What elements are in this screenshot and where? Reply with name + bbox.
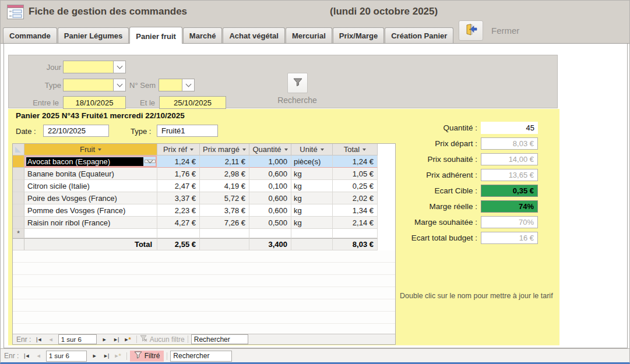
header-date: (lundi 20 octobre 2025)	[330, 6, 438, 17]
table-row[interactable]: Pomme des Vosges (France) 2,23 € 3,78 € …	[13, 204, 378, 217]
cell-fruit[interactable]: Citron sicile (Italie)	[24, 180, 157, 192]
cell-prix-ref[interactable]: 3,37 €	[157, 192, 200, 204]
row-selector[interactable]	[13, 204, 24, 217]
cell-prix-marge[interactable]: 5,72 €	[200, 192, 249, 204]
panier-type-field[interactable]: Fruité1	[157, 125, 218, 137]
num-sem-dropdown-icon[interactable]	[182, 79, 194, 91]
date-fin-field[interactable]: 25/10/2025	[159, 96, 226, 109]
cell-prix-marge[interactable]: 2,11 €	[200, 156, 249, 168]
column-dropdown-icon[interactable]	[98, 149, 101, 151]
table-row[interactable]: Avocat bacon (Espagne) 1,24 € 2,11 € 1,0…	[13, 156, 378, 168]
num-sem-value	[159, 79, 182, 91]
recherche-button[interactable]	[287, 73, 308, 93]
cell-fruit-empty[interactable]	[24, 229, 157, 238]
close-form-button[interactable]	[459, 20, 483, 41]
cell-quantite[interactable]: 0,600	[249, 168, 291, 180]
cell-unite[interactable]: kg	[291, 180, 333, 192]
row-selector[interactable]	[13, 192, 24, 204]
column-header-prix-ref[interactable]: Prix réf	[157, 144, 200, 156]
access-window: Fiche de gestion des commandes (lundi 20…	[0, 0, 630, 364]
previous-record-button[interactable]: ◄	[45, 335, 57, 344]
filtered-indicator[interactable]: Filtré	[130, 351, 164, 362]
form-search-input[interactable]	[170, 351, 232, 362]
tab-prix-marge[interactable]: Prix/Marge	[333, 27, 384, 43]
cell-quantite[interactable]: 0,100	[249, 180, 291, 192]
cell-quantite[interactable]: 1,000	[249, 156, 291, 168]
cell-fruit[interactable]: Raisin noir ribol (France)	[24, 217, 157, 229]
cell-prix-ref[interactable]: 2,47 €	[157, 180, 200, 192]
column-header-unite[interactable]: Unité	[291, 144, 333, 156]
tab-mercurial[interactable]: Mercurial	[286, 27, 332, 43]
tab-commande[interactable]: Commande	[3, 27, 57, 43]
new-record-button[interactable]: ►*	[112, 352, 124, 361]
last-record-button[interactable]: ►|	[110, 335, 122, 344]
cell-empty[interactable]	[249, 229, 291, 238]
column-dropdown-icon[interactable]	[242, 149, 246, 151]
cell-prix-ref[interactable]: 1,24 €	[157, 156, 200, 168]
subform-search-input[interactable]	[191, 334, 248, 344]
cell-quantite[interactable]: 0,500	[249, 217, 291, 229]
cell-empty[interactable]	[291, 229, 333, 238]
cell-unite[interactable]: kg	[291, 217, 333, 229]
table-row[interactable]: Raisin noir ribol (France) 4,27 € 7,26 €…	[13, 217, 378, 229]
new-record-button[interactable]: ►*	[122, 335, 133, 344]
select-all-corner[interactable]	[13, 144, 24, 156]
cell-fruit[interactable]: Poire des Vosges (France)	[24, 192, 157, 204]
new-record-row[interactable]: *	[13, 229, 378, 238]
cell-unite[interactable]: pièce(s)	[291, 156, 333, 168]
jour-combobox[interactable]	[63, 61, 126, 73]
tab-achat-vegetal[interactable]: Achat végétal	[223, 27, 285, 43]
tab-panier-fruit[interactable]: Panier fruit	[129, 27, 182, 44]
column-dropdown-icon[interactable]	[321, 149, 324, 151]
column-dropdown-icon[interactable]	[284, 149, 288, 151]
date-debut-field[interactable]: 18/10/2025	[63, 96, 126, 109]
row-selector[interactable]	[13, 180, 24, 192]
no-filter-indicator[interactable]: Aucun filtre	[140, 335, 185, 344]
type-dropdown-icon[interactable]	[113, 79, 125, 91]
column-dropdown-icon[interactable]	[362, 149, 366, 151]
cell-unite[interactable]: kg	[291, 204, 333, 217]
next-record-button[interactable]: ►	[89, 352, 100, 361]
first-record-button[interactable]: |◄	[21, 352, 33, 361]
row-selector-current[interactable]	[13, 156, 24, 168]
cell-fruit[interactable]: Pomme des Vosges (France)	[24, 204, 157, 217]
cell-empty[interactable]	[200, 229, 249, 238]
tab-marche[interactable]: Marché	[183, 27, 223, 43]
row-selector[interactable]	[13, 168, 24, 180]
last-record-button[interactable]: ►|	[100, 352, 112, 361]
cell-prix-marge[interactable]: 4,19 €	[200, 180, 249, 192]
cell-unite[interactable]: kg	[291, 192, 333, 204]
next-record-button[interactable]: ►	[98, 335, 110, 344]
cell-unite[interactable]: kg	[291, 168, 333, 180]
table-row[interactable]: Poire des Vosges (France) 3,37 € 5,72 € …	[13, 192, 378, 204]
fruit-dropdown-icon[interactable]	[145, 160, 156, 163]
type-combobox[interactable]	[63, 79, 126, 91]
cell-quantite[interactable]: 0,600	[249, 204, 291, 217]
table-row[interactable]: Banane bonita (Equateur) 1,76 € 2,98 € 0…	[13, 168, 378, 180]
num-sem-combobox[interactable]	[159, 79, 195, 91]
column-header-quantite[interactable]: Quantité	[249, 144, 291, 156]
first-record-button[interactable]: |◄	[33, 335, 45, 344]
cell-empty[interactable]	[157, 229, 200, 238]
quantite-field[interactable]: 45	[481, 122, 538, 134]
table-row[interactable]: Citron sicile (Italie) 2,47 € 4,19 € 0,1…	[13, 180, 378, 192]
cell-prix-ref[interactable]: 4,27 €	[157, 217, 200, 229]
total-label: Total	[24, 238, 157, 250]
column-header-prix-marge[interactable]: Prix margé	[200, 144, 249, 156]
cell-prix-ref[interactable]: 1,76 €	[157, 168, 200, 180]
cell-prix-marge[interactable]: 2,98 €	[200, 168, 249, 180]
column-header-fruit[interactable]: Fruit	[24, 144, 157, 156]
previous-record-button[interactable]: ◄	[33, 352, 44, 361]
cell-fruit[interactable]: Banane bonita (Equateur)	[24, 168, 157, 180]
tab-panier-legumes[interactable]: Panier Légumes	[58, 27, 129, 43]
fruit-combobox-cell[interactable]: Avocat bacon (Espagne)	[24, 156, 157, 168]
jour-dropdown-icon[interactable]	[113, 61, 125, 73]
cell-prix-ref[interactable]: 2,23 €	[157, 204, 200, 217]
cell-quantite[interactable]: 0,600	[249, 192, 291, 204]
panier-date-field[interactable]: 22/10/2025	[43, 125, 109, 137]
column-dropdown-icon[interactable]	[190, 149, 193, 151]
cell-prix-marge[interactable]: 3,78 €	[200, 204, 249, 217]
row-selector[interactable]	[13, 217, 24, 229]
cell-prix-marge[interactable]: 7,26 €	[200, 217, 249, 229]
tab-creation-panier[interactable]: Création Panier	[385, 27, 453, 43]
